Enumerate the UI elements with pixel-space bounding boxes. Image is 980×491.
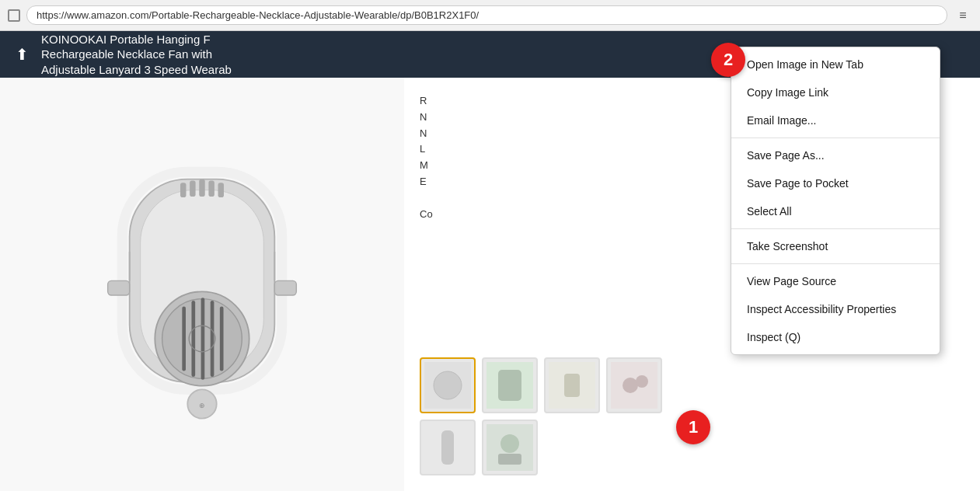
separator-3 [731,263,940,264]
svg-point-23 [434,371,462,399]
thumbnail-4[interactable] [606,357,662,413]
svg-rect-15 [218,183,224,197]
menu-item-email-image[interactable]: Email Image... [731,106,940,134]
svg-rect-27 [564,374,580,397]
menu-item-save-page-as[interactable]: Save Page As... [731,141,940,169]
thumbnail-2[interactable] [482,357,538,413]
menu-item-select-all[interactable]: Select All [731,197,940,225]
thumbnail-3[interactable] [544,357,600,413]
svg-rect-13 [199,179,204,197]
menu-item-inspect[interactable]: Inspect (Q) [731,323,940,351]
svg-rect-11 [180,183,186,197]
product-image-section: ⊕ [0,78,404,491]
svg-point-34 [500,434,519,453]
svg-point-30 [636,375,648,388]
svg-rect-25 [498,370,521,401]
share-icon[interactable]: ⬆ [16,45,29,64]
svg-point-29 [623,378,638,393]
menu-item-save-page-to-pocket[interactable]: Save Page to Pocket [731,169,940,197]
menu-item-take-screenshot[interactable]: Take Screenshot [731,232,940,260]
svg-rect-16 [108,280,130,295]
thumbnail-row-1 [420,357,964,413]
thumbnail-6[interactable] [482,420,538,475]
menu-item-copy-image-link[interactable]: Copy Image Link [731,78,940,106]
svg-rect-32 [441,430,454,465]
separator-1 [731,138,940,138]
thumbnail-5[interactable] [420,420,476,475]
svg-rect-35 [498,454,521,465]
svg-rect-14 [208,181,214,197]
svg-rect-12 [190,181,195,197]
badge-1: 1 [676,410,710,444]
thumbnail-1[interactable] [420,357,476,413]
svg-text:⊕: ⊕ [199,402,205,409]
menu-item-inspect-accessibility[interactable]: Inspect Accessibility Properties [731,295,940,323]
product-info-text: R N N L M E Co [420,93,637,222]
browser-menu-icon[interactable]: ≡ [954,6,972,25]
context-menu: Open Image in New Tab Copy Image Link Em… [731,47,940,355]
menu-item-view-page-source[interactable]: View Page Source [731,267,940,295]
separator-2 [731,228,940,229]
url-bar[interactable]: https://www.amazon.com/Portable-Recharge… [26,5,947,25]
browser-bar: https://www.amazon.com/Portable-Recharge… [0,0,980,31]
menu-item-open-image-new-tab[interactable]: Open Image in New Tab [731,50,940,78]
page-content: ⬆ KOINOOKAI Portable Hanging F Rechargea… [0,31,980,491]
product-title: KOINOOKAI Portable Hanging F Rechargeabl… [41,32,232,78]
tab-icon [8,9,20,22]
product-image-svg: ⊕ [78,121,326,447]
svg-rect-17 [274,280,296,295]
badge-2: 2 [711,43,745,77]
